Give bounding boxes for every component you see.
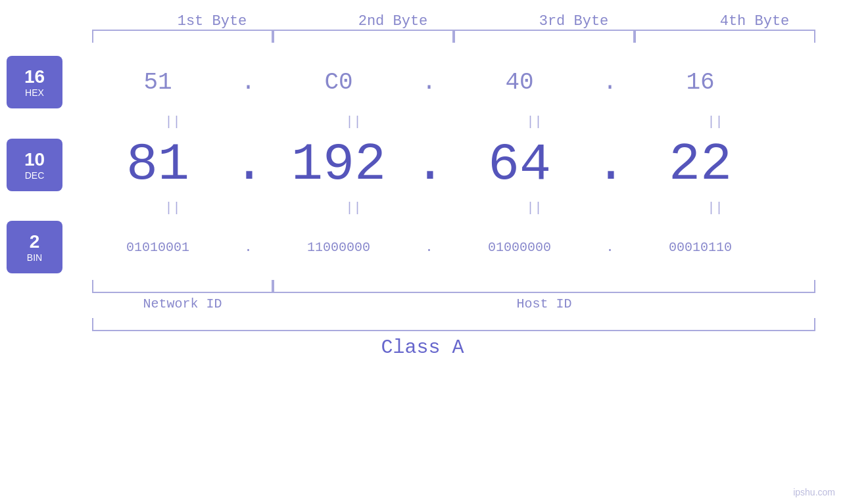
network-id-label: Network ID: [92, 296, 273, 311]
bracket-byte3: [454, 30, 635, 43]
byte-headers: 1st Byte 2nd Byte 3rd Byte 4th Byte: [0, 13, 845, 30]
equals-row-2: || || || ||: [0, 195, 845, 221]
hex-row: 16 HEX 51 . C0 . 40 . 16: [0, 56, 845, 108]
bottom-brackets: [0, 280, 845, 293]
hex-dot1: .: [233, 69, 263, 96]
dec-badge: 10 DEC: [7, 139, 62, 191]
byte2-header: 2nd Byte: [302, 13, 483, 30]
eq2-1: ||: [82, 200, 263, 216]
bin-byte1: 01010001: [82, 240, 233, 255]
bin-base-label: BIN: [27, 252, 42, 263]
eq1-1: ||: [82, 114, 263, 129]
hex-byte2: C0: [263, 69, 414, 96]
hex-base-label: HEX: [25, 87, 44, 98]
dec-byte2: 192: [263, 135, 414, 195]
bin-badge: 2 BIN: [7, 221, 62, 273]
dec-byte1: 81: [82, 135, 233, 195]
byte3-header: 3rd Byte: [483, 13, 664, 30]
class-label-row: Class A: [0, 336, 845, 359]
class-label: Class A: [381, 336, 464, 359]
bin-dot2: .: [414, 240, 444, 255]
dec-values: 81 . 192 . 64 . 22: [82, 135, 845, 195]
hex-base-number: 16: [24, 66, 45, 87]
top-brackets: [0, 30, 845, 43]
dec-base-number: 10: [24, 149, 45, 170]
bracket-byte4: [635, 30, 815, 43]
id-labels-row: Network ID Host ID: [0, 296, 845, 311]
bin-base-number: 2: [30, 231, 40, 252]
dec-row: 10 DEC 81 . 192 . 64 . 22: [0, 135, 845, 195]
dec-dot1: .: [233, 139, 263, 191]
bin-byte3: 01000000: [444, 240, 595, 255]
dec-byte3: 64: [444, 135, 595, 195]
dec-byte4: 22: [625, 135, 776, 195]
hex-byte3: 40: [444, 69, 595, 96]
network-bracket: [92, 280, 273, 293]
bin-byte2: 11000000: [263, 240, 414, 255]
host-bracket: [273, 280, 815, 293]
equals-row-1: || || || ||: [0, 108, 845, 135]
byte4-header: 4th Byte: [664, 13, 845, 30]
bin-byte4: 00010110: [625, 240, 776, 255]
dec-dot2: .: [414, 139, 444, 191]
class-bracket: [92, 318, 815, 331]
hex-byte4: 16: [625, 69, 776, 96]
watermark: ipshu.com: [793, 487, 835, 497]
eq2-4: ||: [625, 200, 806, 216]
main-container: 1st Byte 2nd Byte 3rd Byte 4th Byte 16 H…: [0, 0, 845, 504]
bin-values: 01010001 . 11000000 . 01000000 . 0001011…: [82, 240, 845, 255]
eq1-3: ||: [444, 114, 625, 129]
hex-byte1: 51: [82, 69, 233, 96]
eq2-2: ||: [263, 200, 444, 216]
bracket-byte1: [92, 30, 273, 43]
eq2-3: ||: [444, 200, 625, 216]
dec-base-label: DEC: [25, 170, 45, 181]
byte1-header: 1st Byte: [122, 13, 302, 30]
host-id-label: Host ID: [273, 296, 815, 311]
dec-dot3: .: [595, 139, 625, 191]
hex-values: 51 . C0 . 40 . 16: [82, 69, 845, 96]
bin-row: 2 BIN 01010001 . 11000000 . 01000000 . 0…: [0, 221, 845, 273]
bracket-byte2: [273, 30, 454, 43]
eq1-4: ||: [625, 114, 806, 129]
class-bracket-row: [0, 318, 845, 331]
hex-badge: 16 HEX: [7, 56, 62, 108]
eq1-2: ||: [263, 114, 444, 129]
bin-dot3: .: [595, 240, 625, 255]
hex-dot2: .: [414, 69, 444, 96]
bin-dot1: .: [233, 240, 263, 255]
hex-dot3: .: [595, 69, 625, 96]
